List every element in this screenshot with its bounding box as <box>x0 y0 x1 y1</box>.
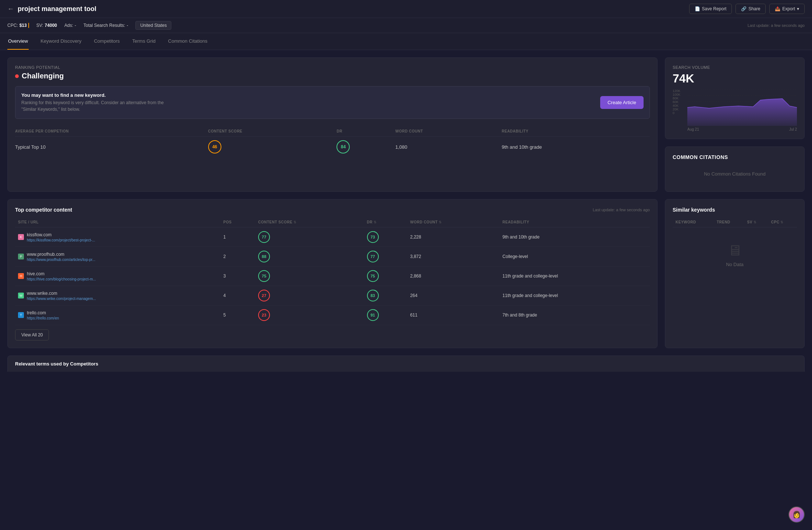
site-info: www.proofhub.com https://www.proofhub.co… <box>27 252 95 262</box>
readability-cell: 11th grade and college-level <box>499 266 650 286</box>
metrics-table: AVERAGE PER COMPETION CONTENT SCORE DR W… <box>15 126 650 157</box>
col-avg-competition: AVERAGE PER COMPETION <box>15 126 208 137</box>
bottom-section: Top competitor content Last update: a fe… <box>0 199 812 356</box>
tab-keyword-discovery[interactable]: Keyword Discovery <box>40 33 82 50</box>
last-update-header: Last update: a few seconds ago <box>748 23 805 28</box>
similar-keywords-title: Similar keywords <box>673 207 797 213</box>
table-row: W www.wrike.com https://www.wrike.com/pr… <box>15 286 650 305</box>
pos-cell: 3 <box>220 266 255 286</box>
dr-badge: 75 <box>367 270 379 282</box>
export-icon: 📤 <box>775 6 780 11</box>
dr-cell: 83 <box>364 286 407 305</box>
site-url[interactable]: https://www.proofhub.com/articles/top-pr… <box>27 258 95 262</box>
cs-cell: 27 <box>255 286 364 305</box>
tab-overview[interactable]: Overview <box>7 33 29 50</box>
col-dr: DR <box>336 126 395 137</box>
site-cell: K kissflow.com https://kissflow.com/proj… <box>15 227 220 247</box>
pos-cell: 1 <box>220 227 255 247</box>
col-keyword: KEYWORD <box>673 217 714 227</box>
wc-cell: 611 <box>407 305 499 325</box>
col-cpc-sort[interactable]: CPC <box>768 217 797 227</box>
sv-stat: SV: 74000 <box>36 23 57 28</box>
cpc-stat: CPC: $13 <box>7 23 29 28</box>
site-name: www.wrike.com <box>27 291 96 296</box>
site-url[interactable]: https://trello.com/en <box>27 316 59 320</box>
back-button[interactable]: ← <box>7 5 14 13</box>
footer-teaser: Relevant terms used by Competitors <box>7 356 805 372</box>
header-actions: 📄 Save Report 🔗 Share 📤 Export ▾ <box>689 4 805 14</box>
export-button[interactable]: 📤 Export ▾ <box>769 4 805 14</box>
site-url[interactable]: https://www.wrike.com/project-managem... <box>27 297 96 301</box>
readability-cell: 9th and 10th grade <box>499 227 650 247</box>
col-content-score-sort[interactable]: CONTENT SCORE <box>255 217 364 227</box>
view-all-button[interactable]: View All 20 <box>15 329 49 340</box>
site-url[interactable]: https://kissflow.com/project/best-projec… <box>27 238 95 242</box>
similar-keywords-card: Similar keywords KEYWORD TREND SV CPC 🖥 … <box>665 199 805 348</box>
col-trend: TREND <box>714 217 744 227</box>
site-favicon: H <box>18 273 24 279</box>
user-avatar[interactable]: 👩 <box>788 506 805 523</box>
header-left: ← project management tool <box>7 5 96 13</box>
row-content-score: 46 <box>208 137 337 158</box>
create-article-button[interactable]: Create Article <box>600 96 644 109</box>
tab-terms-grid[interactable]: Terms Grid <box>132 33 157 50</box>
no-data-label: No Data <box>726 262 744 267</box>
site-info: www.wrike.com https://www.wrike.com/proj… <box>27 291 96 301</box>
status-badge: Challenging <box>15 72 650 80</box>
site-cell: H hive.com https://hive.com/blog/choosin… <box>15 266 220 286</box>
pos-cell: 4 <box>220 286 255 305</box>
region-selector[interactable]: United States <box>135 21 171 30</box>
tab-competitors[interactable]: Competitors <box>93 33 120 50</box>
status-text: Challenging <box>22 72 64 80</box>
table-row: T trello.com https://trello.com/en 5 23 … <box>15 305 650 325</box>
dr-badge: 73 <box>367 231 379 243</box>
chart-container: 120K 100K 80K 60K 40K 20K 0 <box>673 89 797 131</box>
cs-cell: 23 <box>255 305 364 325</box>
site-info: kissflow.com https://kissflow.com/projec… <box>27 232 95 242</box>
col-sv-sort[interactable]: SV <box>744 217 768 227</box>
site-cell: P www.proofhub.com https://www.proofhub.… <box>15 247 220 266</box>
readability-cell: 7th and 8th grade <box>499 305 650 325</box>
ads-stat: Ads: - <box>64 23 76 28</box>
main-content: Ranking Potential Challenging You may wa… <box>0 50 812 199</box>
col-word-count-sort[interactable]: WORD COUNT <box>407 217 499 227</box>
col-pos: POS <box>220 217 255 227</box>
col-readability: READABILITY <box>502 126 650 137</box>
chart-svg <box>687 89 797 126</box>
save-icon: 📄 <box>695 6 700 11</box>
alert-title: You may want to find a new keyword. <box>21 92 168 98</box>
dr-cell: 77 <box>364 247 407 266</box>
table-row: K kissflow.com https://kissflow.com/proj… <box>15 227 650 247</box>
no-data-icon: 🖥 <box>727 242 742 259</box>
site-url[interactable]: https://hive.com/blog/choosing-project-m… <box>27 277 96 281</box>
dr-badge: 91 <box>367 309 379 321</box>
dr-badge: 77 <box>367 251 379 262</box>
readability-cell: 11th grade and college-level <box>499 286 650 305</box>
cs-cell: 75 <box>255 266 364 286</box>
site-cell: W www.wrike.com https://www.wrike.com/pr… <box>15 286 220 305</box>
chart-area <box>687 89 797 126</box>
sv-value: 74K <box>673 72 797 85</box>
table-row: Typical Top 10 46 84 1,080 9th and 10th … <box>15 137 650 158</box>
ranking-card: Ranking Potential Challenging You may wa… <box>7 57 658 192</box>
wc-cell: 264 <box>407 286 499 305</box>
table-row: P www.proofhub.com https://www.proofhub.… <box>15 247 650 266</box>
table-row: H hive.com https://hive.com/blog/choosin… <box>15 266 650 286</box>
site-cell: T trello.com https://trello.com/en <box>15 305 220 325</box>
alert-box: You may want to find a new keyword. Rank… <box>15 86 650 119</box>
page-title: project management tool <box>18 5 96 13</box>
save-report-button[interactable]: 📄 Save Report <box>689 4 732 14</box>
share-button[interactable]: 🔗 Share <box>736 4 766 14</box>
tab-common-citations[interactable]: Common Citations <box>167 33 208 50</box>
site-name: hive.com <box>27 271 96 276</box>
col-dr-sort[interactable]: DR <box>364 217 407 227</box>
citations-title: Common Citations <box>673 154 797 160</box>
competitor-table: SITE / URL POS CONTENT SCORE DR WORD COU… <box>15 217 650 325</box>
wc-cell: 2,228 <box>407 227 499 247</box>
avatar-image: 👩 <box>793 510 801 519</box>
content-score-badge: 88 <box>258 251 270 262</box>
competitor-update: Last update: a few seconds ago <box>593 208 650 212</box>
stat-divider <box>28 23 29 28</box>
site-favicon: P <box>18 254 24 259</box>
pos-cell: 5 <box>220 305 255 325</box>
